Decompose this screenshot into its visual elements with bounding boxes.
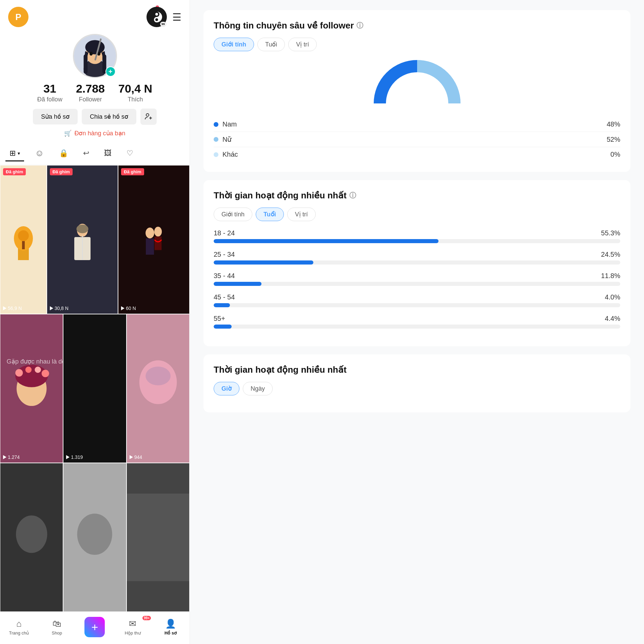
activity-filter-location[interactable]: Vị trí [287, 208, 316, 221]
activity-filter-tabs: Giới tính Tuổi Vị trí [214, 208, 620, 221]
order-row[interactable]: 🛒 Đơn hàng của bạn [64, 130, 125, 137]
cart-icon: 🛒 [64, 130, 72, 137]
edit-profile-button[interactable]: Sửa hồ sơ [33, 109, 78, 124]
profile-section: + 31 Đã follow 2.788 Follower 70,4 N Thí… [0, 31, 190, 142]
tab-grid[interactable]: ⊞ ▾ [5, 146, 24, 161]
svg-point-44 [77, 513, 112, 555]
pinned-badge-2: Đã ghim [50, 168, 73, 175]
time-tab-day[interactable]: Ngày [243, 382, 273, 395]
stat-followers: 2.788 Follower [76, 82, 105, 103]
stat-likes: 70,4 N Thích [118, 82, 152, 103]
bar-track-4 [214, 325, 620, 329]
activity1-info-icon[interactable]: ⓘ [349, 191, 356, 200]
stats-row: 31 Đã follow 2.788 Follower 70,4 N Thích [37, 82, 152, 103]
follower-info-card: Thông tin chuyên sâu về follower ⓘ Giới … [203, 10, 630, 172]
video-cell-1[interactable]: Đã ghim 56,9 N [0, 165, 47, 314]
video-thumbnail-4: Gặp được nhau là do duyên [0, 314, 63, 463]
video-thumbnail-1 [0, 165, 46, 314]
male-dot [214, 122, 218, 127]
heart-icon: ♡ [126, 149, 133, 158]
svg-rect-18 [22, 241, 25, 249]
svg-point-36 [42, 370, 49, 377]
order-label: Đơn hàng của bạn [74, 130, 125, 137]
video-thumbnail-9 [127, 463, 189, 611]
share-profile-button[interactable]: Chia sẻ hồ sơ [82, 109, 136, 124]
activity-section2-title: Thời gian hoạt động nhiều nhất [214, 365, 620, 375]
tab-repost[interactable]: ↩ [79, 146, 93, 161]
following-label: Đã follow [37, 96, 62, 103]
menu-icon[interactable]: ☰ [172, 11, 181, 23]
avatar-add-button[interactable]: + [105, 66, 116, 77]
female-dot [214, 137, 218, 142]
bar-35-44: 35 - 44 11.8% [214, 272, 620, 286]
tab-liked[interactable]: ♡ [122, 146, 137, 161]
filter-tab-location[interactable]: Vị trí [288, 38, 317, 51]
svg-point-25 [145, 228, 154, 238]
nav-profile[interactable]: 👤 Hồ sơ [157, 619, 184, 636]
bar-fill-2 [214, 282, 261, 286]
top-bar: P ☰ [0, 0, 190, 31]
activity-filter-gender[interactable]: Giới tính [214, 208, 252, 221]
svg-rect-37 [63, 345, 126, 432]
svg-point-9 [89, 52, 93, 56]
age-bar-chart: 18 - 24 55.3% 25 - 34 24.5% 35 - 44 [214, 229, 620, 329]
follower-filter-tabs: Giới tính Tuổi Vị trí [214, 38, 620, 51]
nav-shop[interactable]: 🛍 Shop [43, 619, 71, 636]
bar-25-34: 25 - 34 24.5% [214, 251, 620, 265]
following-count: 31 [43, 82, 56, 95]
bar-45-54: 45 - 54 4.0% [214, 293, 620, 307]
create-button[interactable]: + [84, 617, 105, 637]
svg-point-33 [15, 369, 23, 376]
shop-icon: 🛍 [53, 619, 61, 629]
video-row-2: Gặp được nhau là do duyên 1.274 [0, 314, 190, 463]
activity-filter-age[interactable]: Tuổi [256, 208, 284, 221]
video-cell-9[interactable] [126, 463, 190, 612]
legend-other: Khác 0% [214, 147, 620, 162]
profile-icon: 👤 [165, 619, 176, 629]
svg-point-35 [35, 367, 41, 373]
bar-track-3 [214, 303, 620, 307]
video-cell-4[interactable]: Gặp được nhau là do duyên 1.274 [0, 314, 63, 463]
donut-svg [373, 59, 461, 107]
add-friend-button[interactable] [140, 109, 157, 125]
nav-inbox[interactable]: ✉ Hộp thư [119, 619, 146, 636]
left-panel: P ☰ [0, 0, 190, 644]
nav-home[interactable]: ⌂ Trang chủ [5, 619, 33, 636]
time-filter-tabs: Giờ Ngày [214, 382, 620, 395]
stat-following: 31 Đã follow [37, 82, 62, 103]
video-cell-6[interactable]: 944 [126, 314, 190, 463]
tab-albums[interactable]: 🖼 [100, 146, 116, 161]
filter-tab-gender[interactable]: Giới tính [214, 38, 254, 51]
bar-track-1 [214, 260, 620, 265]
svg-point-6 [85, 40, 104, 54]
video-cell-2[interactable]: Đã ghim 30,8 N [47, 165, 118, 314]
follower-info-icon[interactable]: ⓘ [356, 21, 363, 30]
bar-fill-0 [214, 239, 438, 243]
svg-point-2 [155, 18, 158, 21]
pinned-badge-3: Đã ghim [121, 168, 144, 175]
video-thumbnail-2 [47, 165, 118, 314]
video-cell-3[interactable]: Đã ghim 60 N [118, 165, 190, 314]
video-thumbnail-5 [63, 314, 126, 463]
tab-private[interactable]: 🔒 [55, 146, 72, 161]
tiktok-logo[interactable] [147, 7, 167, 27]
filter-tab-age[interactable]: Tuổi [257, 38, 285, 51]
grid-icon: ⊞ [9, 149, 16, 158]
bar-fill-4 [214, 325, 232, 329]
tab-effects[interactable]: ☺ [31, 145, 48, 162]
time-tab-hour[interactable]: Giờ [214, 382, 239, 395]
pinned-badge-1: Đã ghim [3, 168, 26, 175]
svg-point-42 [16, 515, 47, 553]
lock-icon: 🔒 [59, 149, 68, 158]
video-cell-5[interactable]: 1.319 [63, 314, 126, 463]
video-cell-8[interactable] [63, 463, 126, 612]
followers-count: 2.788 [76, 82, 105, 95]
album-icon: 🖼 [104, 149, 112, 158]
likes-count: 70,4 N [118, 82, 152, 95]
svg-rect-28 [154, 236, 161, 250]
video-thumbnail-3 [118, 165, 189, 314]
video-grid: Đã ghim 56,9 N Đã ghi [0, 165, 190, 612]
nav-create[interactable]: + [81, 617, 108, 637]
video-cell-7[interactable] [0, 463, 63, 612]
platform-icon[interactable]: P [8, 7, 28, 27]
